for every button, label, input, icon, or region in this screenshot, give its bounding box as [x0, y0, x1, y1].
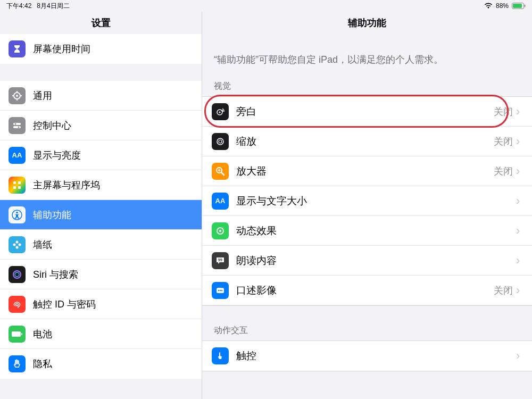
svg-point-31 [219, 140, 222, 143]
row-status: 关闭 [494, 165, 513, 178]
row-label: 口述影像 [236, 284, 494, 297]
sidebar-item-label: 显示与亮度 [33, 149, 193, 162]
text-size-icon: AA [9, 147, 26, 164]
row-display-text-size[interactable]: AA 显示与文字大小 › [202, 186, 532, 216]
svg-point-42 [221, 289, 222, 290]
speech-bubble-icon: 99 [212, 252, 229, 269]
row-audio-descriptions[interactable]: 口述影像 关闭 › [202, 276, 532, 305]
svg-point-19 [16, 240, 19, 243]
row-zoom[interactable]: 缩放 关闭 › [202, 127, 532, 156]
sidebar-item-home-screen[interactable]: 主屏幕与程序坞 [0, 170, 202, 200]
sidebar-item-touch-id[interactable]: 触控 ID 与密码 [0, 289, 202, 319]
svg-point-37 [219, 230, 221, 232]
touch-icon [212, 347, 229, 364]
sidebar-item-general[interactable]: 通用 [0, 81, 202, 111]
svg-point-18 [16, 211, 18, 213]
status-bar: 下午4:42 8月4日周二 88% [0, 0, 532, 12]
svg-point-20 [16, 246, 19, 248]
sidebar-item-label: 隐私 [33, 358, 193, 370]
accessibility-icon [9, 206, 26, 223]
svg-text:99: 99 [218, 258, 222, 262]
row-label: 显示与文字大小 [236, 194, 513, 208]
svg-point-12 [18, 126, 20, 128]
svg-point-4 [16, 95, 18, 97]
motion-icon [212, 222, 229, 239]
svg-line-33 [221, 172, 224, 175]
svg-rect-14 [18, 181, 21, 184]
row-motion[interactable]: 动态效果 › [202, 216, 532, 246]
status-date: 8月4日周二 [37, 2, 69, 11]
svg-point-22 [19, 243, 21, 246]
sidebar-item-label: 电池 [33, 328, 193, 340]
sidebar-item-siri[interactable]: Siri 与搜索 [0, 260, 202, 289]
svg-point-21 [13, 243, 16, 246]
chevron-right-icon: › [516, 284, 523, 297]
sidebar-item-label: 辅助功能 [33, 209, 193, 221]
svg-point-30 [217, 138, 223, 145]
chevron-right-icon: › [516, 194, 523, 208]
sidebar-item-wallpaper[interactable]: 墙纸 [0, 230, 202, 260]
sidebar-item-control-center[interactable]: 控制中心 [0, 111, 202, 140]
row-spoken-content[interactable]: 99 朗读内容 › [202, 246, 532, 276]
row-status: 关闭 [494, 135, 513, 148]
row-magnifier[interactable]: 放大器 关闭 › [202, 156, 532, 186]
svg-point-23 [16, 244, 18, 246]
svg-rect-2 [525, 5, 526, 7]
sidebar-item-label: 墙纸 [33, 238, 193, 251]
chevron-right-icon: › [516, 105, 523, 119]
sidebar-item-accessibility[interactable]: 辅助功能 [0, 200, 202, 230]
magnifier-icon [212, 163, 229, 180]
section-list-vision: 旁白 关闭 › 缩放 关闭 › 放大器 关闭 › [202, 96, 532, 306]
row-touch[interactable]: 触控 › [202, 341, 532, 371]
chevron-right-icon: › [516, 135, 523, 148]
svg-point-29 [219, 111, 221, 113]
status-time: 下午4:42 [6, 2, 31, 11]
svg-rect-9 [13, 123, 21, 125]
chevron-right-icon: › [516, 164, 523, 178]
sidebar-item-privacy[interactable]: 隐私 [0, 349, 202, 379]
sidebar-item-screen-time[interactable]: 屏幕使用时间 [0, 34, 202, 64]
content-pane: 辅助功能 “辅助功能”可帮助您自定 iPad，以满足您的个人需求。 视觉 旁白 … [202, 12, 532, 399]
description-icon [212, 282, 229, 299]
row-label: 触控 [236, 349, 513, 363]
app-grid-icon [9, 177, 26, 194]
svg-rect-1 [513, 4, 522, 8]
svg-rect-10 [13, 126, 21, 128]
chevron-right-icon: › [516, 254, 523, 268]
svg-point-11 [15, 123, 16, 124]
sidebar-item-label: 控制中心 [33, 119, 193, 132]
sidebar-title: 设置 [0, 12, 202, 34]
sidebar-item-label: 通用 [33, 89, 193, 102]
hand-icon [9, 355, 26, 372]
sidebar-item-label: Siri 与搜索 [33, 268, 193, 281]
section-list-interaction: 触控 › [202, 340, 532, 371]
sidebar-item-label: 触控 ID 与密码 [33, 298, 193, 311]
voiceover-icon [212, 103, 229, 120]
battery-icon [9, 326, 26, 343]
row-voiceover[interactable]: 旁白 关闭 › [202, 97, 532, 127]
chevron-right-icon: › [516, 224, 523, 238]
row-label: 放大器 [236, 164, 494, 178]
content-intro: “辅助功能”可帮助您自定 iPad，以满足您的个人需求。 [202, 34, 532, 77]
svg-point-40 [218, 289, 219, 290]
flower-icon [9, 236, 26, 253]
fingerprint-icon [9, 296, 26, 313]
battery-percentage: 88% [496, 2, 509, 10]
content-title: 辅助功能 [202, 12, 532, 34]
svg-rect-26 [12, 331, 21, 337]
settings-sidebar: 设置 屏幕使用时间 通用 控制中心 [0, 12, 202, 399]
siri-icon [9, 266, 26, 283]
row-label: 动态效果 [236, 224, 513, 238]
svg-point-25 [15, 272, 19, 277]
wifi-icon [484, 3, 493, 9]
gear-icon [9, 87, 26, 104]
text-size-icon: AA [212, 193, 229, 210]
sidebar-item-display-brightness[interactable]: AA 显示与亮度 [0, 140, 202, 170]
zoom-icon [212, 133, 229, 150]
section-header-vision: 视觉 [202, 77, 532, 96]
svg-point-24 [13, 271, 21, 278]
sidebar-item-battery[interactable]: 电池 [0, 319, 202, 349]
row-label: 缩放 [236, 135, 494, 148]
sidebar-item-label: 主屏幕与程序坞 [33, 179, 193, 192]
row-status: 关闭 [494, 284, 513, 297]
